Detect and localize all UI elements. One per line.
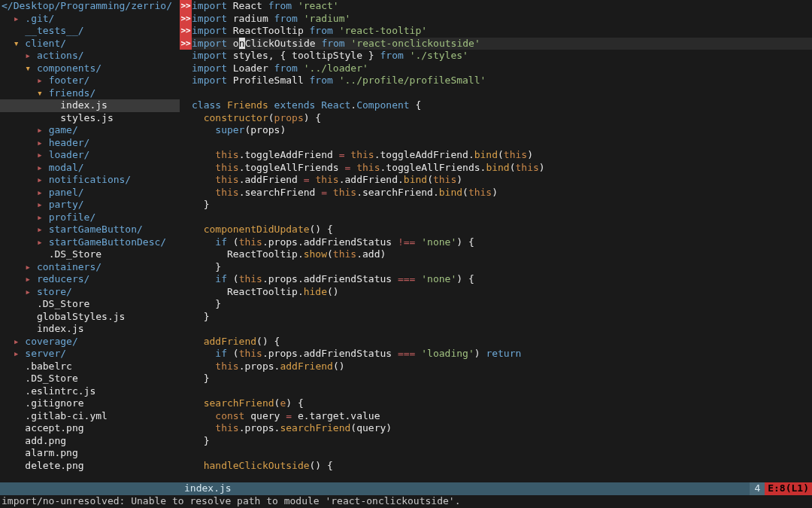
folder-item[interactable]: ▸ startGameButton/	[0, 224, 180, 236]
file-item[interactable]: .babelrc	[0, 360, 180, 373]
code-line[interactable]	[192, 87, 812, 100]
code-line[interactable]: import React from 'react'	[192, 0, 812, 13]
code-line[interactable]: import ReactTooltip from 'react-tooltip'	[192, 25, 812, 38]
code-editor[interactable]: >>>>>>>> import React from 'react'import…	[180, 0, 812, 482]
error-message-bar: import/no-unresolved: Unable to resolve …	[0, 495, 812, 508]
lint-error-marker[interactable]: >>	[180, 38, 192, 50]
file-item[interactable]: index.js	[0, 323, 180, 336]
folder-item[interactable]: ▸ reducers/	[0, 273, 180, 286]
folder-item[interactable]: ▸ .git/	[0, 13, 180, 26]
code-line[interactable]: class Friends extends React.Component {	[192, 99, 812, 112]
code-line[interactable]: }	[192, 373, 812, 385]
code-line[interactable]: constructor(props) {	[192, 112, 812, 125]
code-line[interactable]	[192, 447, 812, 460]
folder-item[interactable]: ▸ containers/	[0, 261, 180, 274]
status-error-count: E:8(L1)	[765, 482, 812, 495]
code-line[interactable]: }	[192, 435, 812, 448]
folder-item[interactable]: ▸ party/	[0, 199, 180, 211]
folder-item[interactable]: ▸ game/	[0, 124, 180, 137]
folder-item[interactable]: ▸ coverage/	[0, 336, 180, 348]
file-item[interactable]: index.js	[0, 99, 180, 112]
file-item[interactable]: .gitignore	[0, 397, 180, 410]
code-line[interactable]: import onClickOutside from 'react-onclic…	[192, 38, 812, 50]
folder-item[interactable]: ▸ loader/	[0, 149, 180, 162]
status-column: 4	[750, 482, 765, 495]
breadcrumb: </Desktop/Programming/zerrio/	[0, 0, 180, 13]
folder-item[interactable]: ▸ notifications/	[0, 174, 180, 187]
code-line[interactable]: this.addFriend = this.addFriend.bind(thi…	[192, 174, 812, 187]
code-line[interactable]: import ProfileSmall from '../profile/pro…	[192, 75, 812, 87]
code-line[interactable]: super(props)	[192, 124, 812, 137]
file-item[interactable]: .DS_Store	[0, 373, 180, 385]
code-line[interactable]	[192, 137, 812, 150]
code-line[interactable]: this.props.searchFriend(query)	[192, 422, 812, 435]
file-item[interactable]: accept.png	[0, 422, 180, 435]
folder-item[interactable]: ▾ client/	[0, 38, 180, 50]
code-line[interactable]	[192, 385, 812, 398]
code-line[interactable]: const query = e.target.value	[192, 410, 812, 423]
file-item[interactable]: .DS_Store	[0, 298, 180, 311]
folder-item[interactable]: __tests__/	[0, 25, 180, 38]
code-line[interactable]: componentDidUpdate() {	[192, 224, 812, 236]
code-line[interactable]: this.props.addFriend()	[192, 360, 812, 373]
folder-item[interactable]: ▾ components/	[0, 62, 180, 75]
code-line[interactable]: ReactTooltip.show(this.add)	[192, 248, 812, 261]
folder-item[interactable]: ▸ footer/	[0, 75, 180, 87]
file-tree-sidebar[interactable]: </Desktop/Programming/zerrio/ ▸ .git/ __…	[0, 0, 180, 482]
file-item[interactable]: delete.png	[0, 460, 180, 473]
code-line[interactable]: }	[192, 199, 812, 211]
code-line[interactable]: }	[192, 311, 812, 324]
code-line[interactable]: }	[192, 298, 812, 311]
file-item[interactable]: .gitlab-ci.yml	[0, 410, 180, 423]
folder-item[interactable]: ▸ actions/	[0, 50, 180, 62]
status-bar: index.js 4 E:8(L1)	[0, 482, 812, 495]
code-line[interactable]: import radium from 'radium'	[192, 13, 812, 26]
code-line[interactable]: ReactTooltip.hide()	[192, 286, 812, 299]
code-line[interactable]: if (this.props.addFriendStatus === 'load…	[192, 348, 812, 360]
code-line[interactable]: handleClickOutside() {	[192, 460, 812, 473]
code-line[interactable]: import styles, { tooltipStyle } from './…	[192, 50, 812, 62]
code-line[interactable]: this.toggleAddFriend = this.toggleAddFri…	[192, 149, 812, 162]
file-item[interactable]: styles.js	[0, 112, 180, 125]
code-line[interactable]: searchFriend(e) {	[192, 397, 812, 410]
folder-item[interactable]: ▸ panel/	[0, 187, 180, 199]
code-line[interactable]: }	[192, 261, 812, 274]
file-item[interactable]: .DS_Store	[0, 248, 180, 261]
file-item[interactable]: .eslintrc.js	[0, 385, 180, 398]
code-line[interactable]: this.toggleAllFriends = this.toggleAllFr…	[192, 162, 812, 175]
lint-error-marker[interactable]: >>	[180, 0, 192, 13]
code-line[interactable]	[192, 323, 812, 336]
folder-item[interactable]: ▸ startGameButtonDesc/	[0, 236, 180, 249]
file-item[interactable]: alarm.png	[0, 447, 180, 460]
folder-item[interactable]: ▾ friends/	[0, 87, 180, 100]
lint-error-marker[interactable]: >>	[180, 25, 192, 38]
folder-item[interactable]: ▸ store/	[0, 286, 180, 299]
status-filename: index.js	[0, 482, 232, 495]
code-line[interactable]: if (this.props.addFriendStatus === 'none…	[192, 273, 812, 286]
file-item[interactable]: globalStyles.js	[0, 311, 180, 324]
code-line[interactable]: import Loader from '../loader'	[192, 62, 812, 75]
file-item[interactable]: add.png	[0, 435, 180, 448]
folder-item[interactable]: ▸ server/	[0, 348, 180, 360]
folder-item[interactable]: ▸ header/	[0, 137, 180, 150]
folder-item[interactable]: ▸ modal/	[0, 162, 180, 175]
lint-error-marker[interactable]: >>	[180, 13, 192, 26]
code-line[interactable]: addFriend() {	[192, 336, 812, 348]
code-line[interactable]	[192, 211, 812, 224]
code-line[interactable]: if (this.props.addFriendStatus !== 'none…	[192, 236, 812, 249]
code-line[interactable]: this.searchFriend = this.searchFriend.bi…	[192, 187, 812, 199]
error-message: import/no-unresolved: Unable to resolve …	[2, 495, 460, 508]
folder-item[interactable]: ▸ profile/	[0, 211, 180, 224]
